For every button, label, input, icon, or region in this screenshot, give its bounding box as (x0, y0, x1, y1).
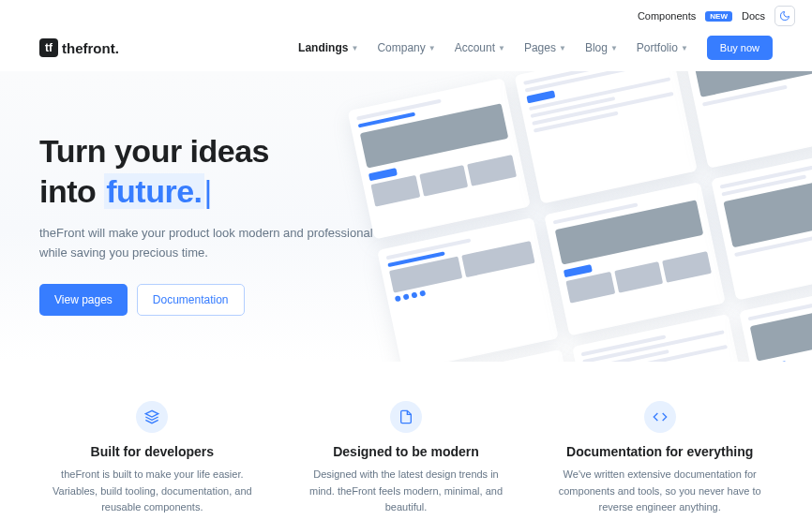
navbar: tf thefront. Landings▼ Company▼ Account▼… (0, 32, 812, 71)
hero-buttons: View pages Documentation (39, 284, 426, 316)
nav-label: Portfolio (637, 41, 678, 54)
showcase-card (515, 71, 698, 204)
hero-title-prefix: into (39, 173, 104, 209)
code-icon (644, 401, 676, 433)
chevron-down-icon: ▼ (559, 44, 566, 52)
chevron-down-icon: ▼ (681, 44, 688, 52)
showcase-card (348, 78, 531, 239)
chevron-down-icon: ▼ (498, 44, 505, 52)
nav-label: Company (377, 41, 425, 54)
document-icon (390, 401, 422, 433)
nav-item-landings[interactable]: Landings▼ (298, 41, 358, 54)
feature-developers: Built for developers theFront is built t… (39, 401, 265, 516)
typing-cursor-icon: | (204, 173, 212, 209)
hero-title-line1: Turn your ideas (39, 133, 269, 169)
documentation-button[interactable]: Documentation (137, 284, 245, 316)
feature-modern: Designed to be modern Designed with the … (293, 401, 519, 516)
moon-icon (779, 10, 790, 22)
showcase-grid (348, 71, 812, 362)
nav-label: Landings (298, 41, 348, 54)
feature-desc: theFront is built to make your life easi… (49, 467, 255, 516)
docs-link[interactable]: Docs (742, 10, 765, 22)
components-link[interactable]: Components (638, 10, 696, 22)
showcase-card (544, 182, 726, 335)
topbar: Components NEW Docs (0, 0, 812, 32)
layers-icon (136, 401, 168, 433)
hero-typed-word: future. (104, 173, 203, 209)
nav-item-pages[interactable]: Pages▼ (524, 41, 566, 54)
nav-item-account[interactable]: Account▼ (455, 41, 505, 54)
feature-docs: Documentation for everything We've writt… (547, 401, 773, 516)
logo[interactable]: tf thefront. (39, 38, 119, 57)
showcase-card (682, 71, 812, 169)
nav-label: Blog (585, 41, 608, 54)
features-section: Built for developers theFront is built t… (0, 362, 812, 520)
nav-label: Account (455, 41, 495, 54)
logo-mark: tf (39, 38, 58, 57)
new-badge: NEW (705, 11, 732, 22)
nav-item-portfolio[interactable]: Portfolio▼ (637, 41, 688, 54)
feature-title: Designed to be modern (293, 444, 519, 459)
hero-section: Turn your ideas into future.| theFront w… (0, 71, 812, 362)
logo-text: thefront. (62, 40, 119, 56)
buy-now-button[interactable]: Buy now (707, 36, 773, 60)
feature-desc: We've written extensive documentation fo… (557, 467, 763, 516)
nav-label: Pages (524, 41, 556, 54)
showcase-card (377, 217, 559, 362)
feature-title: Documentation for everything (547, 444, 773, 459)
hero-subtitle: theFront will make your product look mod… (39, 224, 377, 263)
chevron-down-icon: ▼ (429, 44, 436, 52)
nav-menu: Landings▼ Company▼ Account▼ Pages▼ Blog▼… (298, 36, 773, 60)
dark-mode-toggle[interactable] (774, 6, 795, 26)
showcase-card (711, 146, 812, 300)
feature-title: Built for developers (39, 444, 265, 459)
chevron-down-icon: ▼ (351, 44, 358, 52)
nav-item-blog[interactable]: Blog▼ (585, 41, 618, 54)
view-pages-button[interactable]: View pages (39, 284, 128, 316)
chevron-down-icon: ▼ (610, 44, 618, 52)
svg-marker-0 (146, 410, 158, 417)
feature-desc: Designed with the latest design trends i… (303, 467, 509, 516)
nav-item-company[interactable]: Company▼ (377, 41, 435, 54)
